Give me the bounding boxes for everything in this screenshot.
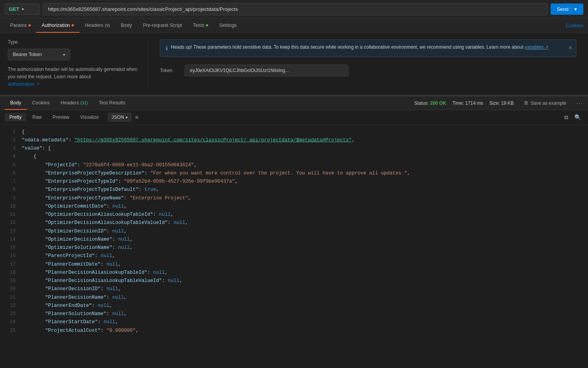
more-options-button[interactable]: ··· — [576, 100, 583, 106]
type-label: Type — [8, 39, 140, 45]
line-content: "PlannerDecisionAliasLookupTableId": nul… — [22, 269, 585, 277]
info-text: Heads up! These parameters hold sensitiv… — [171, 44, 549, 51]
line-content: "PlannerCommitDate": null, — [22, 261, 585, 269]
line-number: 12 — [3, 219, 16, 227]
line-number: 4 — [3, 153, 16, 161]
copy-button[interactable]: ⧉ — [562, 113, 570, 122]
line-content: "ParentProjectId": null, — [22, 252, 585, 260]
variables-link[interactable]: variables ↗ — [525, 44, 548, 50]
line-number: 17 — [3, 261, 16, 269]
format-select[interactable]: JSON ▾ — [108, 113, 131, 121]
authorization-link[interactable]: authorization ↗ — [8, 81, 40, 87]
code-tab-visualize-label: Visualize — [80, 114, 99, 120]
code-line: 17 "PlannerCommitDate": null, — [0, 261, 588, 269]
code-line: 8 "EnterpriseProjectTypeIsDefault": true… — [0, 186, 588, 194]
line-number: 20 — [3, 285, 16, 293]
resp-tab-headers[interactable]: Headers (31) — [55, 97, 93, 110]
line-content: "PlannerStartDate": null, — [22, 318, 585, 326]
code-line: 19 "PlannerDecisionAliasLookupTableValue… — [0, 277, 588, 285]
line-content: "PlannerDecisionAliasLookupTableValueId"… — [22, 277, 585, 285]
code-tab-preview[interactable]: Preview — [48, 113, 74, 121]
time-value: 1714 ms — [465, 100, 483, 106]
bearer-token-select[interactable]: Bearer Token ▾ — [8, 49, 70, 60]
url-bar: GET ▾ Send ▾ — [0, 0, 588, 19]
auth-panel: Type Bearer Token ▾ The authorization he… — [0, 33, 588, 95]
auth-right: ℹ Heads up! These parameters hold sensit… — [156, 39, 580, 88]
resp-tab-cookies-label: Cookies — [32, 100, 50, 106]
tab-body[interactable]: Body — [116, 19, 138, 33]
method-select[interactable]: GET ▾ — [5, 4, 40, 15]
line-content: "PlannerSolutionName": null, — [22, 310, 585, 318]
code-line: 1{ — [0, 128, 588, 136]
auth-description: The authorization header will be automat… — [8, 66, 140, 88]
status-label: Status: 200 OK — [414, 100, 446, 106]
tab-settings[interactable]: Settings — [214, 19, 242, 33]
code-line: 2"odata.metadata": "https://m365x8256568… — [0, 136, 588, 144]
cookies-link[interactable]: Cookies — [566, 23, 583, 28]
line-number: 24 — [3, 318, 16, 326]
resp-tab-body[interactable]: Body — [5, 97, 27, 110]
line-number: 15 — [3, 244, 16, 252]
code-tab-visualize[interactable]: Visualize — [75, 113, 104, 121]
tab-settings-label: Settings — [219, 23, 237, 28]
tab-body-label: Body — [121, 23, 132, 28]
code-line: 10 "OptimizerCommitDate": null, — [0, 202, 588, 211]
code-line: 13 "OptimizerDecisionID": null, — [0, 227, 588, 236]
line-number: 6 — [3, 169, 16, 178]
line-number: 3 — [3, 144, 16, 153]
info-icon: ℹ — [166, 44, 168, 53]
code-line: 24 "PlannerStartDate": null, — [0, 318, 588, 326]
tab-tests[interactable]: Tests — [188, 19, 214, 33]
request-tab-bar: Params Authorization Headers (9) Body Pr… — [0, 19, 588, 33]
token-input[interactable] — [185, 65, 348, 76]
tab-authorization-label: Authorization — [42, 23, 70, 28]
resp-headers-count: (31) — [80, 100, 88, 105]
code-area: 1{2"odata.metadata": "https://m365x82565… — [0, 125, 588, 338]
code-line: 23 "PlannerSolutionName": null, — [0, 310, 588, 318]
line-number: 19 — [3, 277, 16, 285]
line-content: "PlannerEndDate": null, — [22, 302, 585, 310]
size-label: Size: 19 KB — [490, 100, 514, 106]
tab-tests-label: Tests — [193, 23, 204, 28]
line-number: 7 — [3, 178, 16, 186]
response-panel: Body Cookies Headers (31) Test Results S… — [0, 97, 588, 338]
line-number: 1 — [3, 128, 16, 136]
save-as-example-button[interactable]: 🖹 Save as example — [520, 98, 570, 108]
method-label: GET — [9, 6, 19, 12]
resp-tab-cookies[interactable]: Cookies — [27, 97, 55, 110]
line-content: "ProjectId": "2270a0f4-0669-ee11-9ba2-00… — [22, 161, 585, 169]
resp-tab-body-label: Body — [10, 100, 21, 106]
search-button[interactable]: 🔍 — [572, 113, 583, 122]
code-line: 3"value": [ — [0, 144, 588, 153]
code-line: 12 "OptimizerDecisionAliasLookupTableVal… — [0, 219, 588, 227]
send-button[interactable]: Send ▾ — [551, 4, 583, 15]
code-tab-pretty[interactable]: Pretty — [5, 113, 26, 121]
code-tabs: Pretty Raw Preview Visualize JSON ▾ ≡ ⧉ … — [0, 110, 588, 125]
resp-tab-test-results[interactable]: Test Results — [93, 97, 131, 110]
format-chevron: ▾ — [126, 115, 128, 120]
method-chevron: ▾ — [22, 7, 24, 11]
line-content: "PlannerDecisionID": null, — [22, 285, 585, 293]
line-content: "ProjectActualCost": "0.000000", — [22, 327, 585, 335]
code-tab-raw[interactable]: Raw — [28, 113, 46, 121]
tab-params[interactable]: Params — [5, 19, 36, 33]
save-icon: 🖹 — [524, 100, 528, 106]
line-content: "OptimizerCommitDate": null, — [22, 202, 585, 211]
tab-headers-label: Headers — [85, 23, 103, 28]
bearer-chevron: ▾ — [63, 53, 65, 57]
params-dot — [28, 24, 31, 26]
tab-prerequest[interactable]: Pre-request Script — [137, 19, 188, 33]
size-value: 19 KB — [501, 100, 514, 106]
line-number: 11 — [3, 211, 16, 219]
send-dropdown-arrow[interactable]: ▾ — [571, 6, 577, 12]
filter-button[interactable]: ≡ — [133, 113, 140, 122]
code-line: 21 "PlannerDecisionName": null, — [0, 294, 588, 302]
url-input[interactable] — [43, 3, 548, 15]
tab-authorization[interactable]: Authorization — [36, 19, 79, 33]
line-content: "OptimizerDecisionName": null, — [22, 236, 585, 244]
headers-count: (9) — [105, 23, 110, 28]
info-close-button[interactable]: × — [569, 43, 572, 53]
time-label: Time: 1714 ms — [453, 100, 483, 106]
tab-headers[interactable]: Headers (9) — [79, 19, 116, 33]
line-number: 14 — [3, 236, 16, 244]
